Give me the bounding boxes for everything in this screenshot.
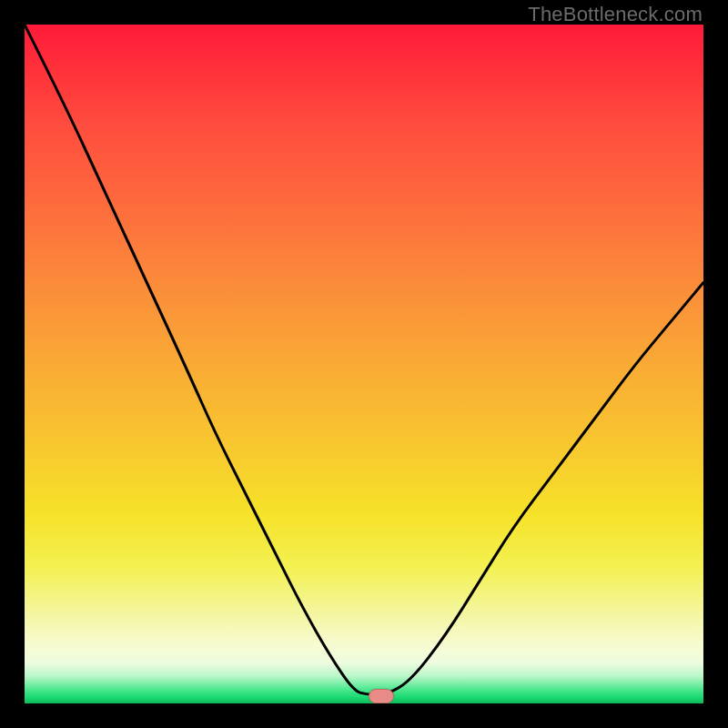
plot-area <box>25 25 703 703</box>
attribution-label: TheBottleneck.com <box>528 3 703 26</box>
optimal-marker <box>369 689 394 703</box>
chart-frame: TheBottleneck.com <box>0 0 728 728</box>
bottleneck-curve <box>25 25 703 703</box>
